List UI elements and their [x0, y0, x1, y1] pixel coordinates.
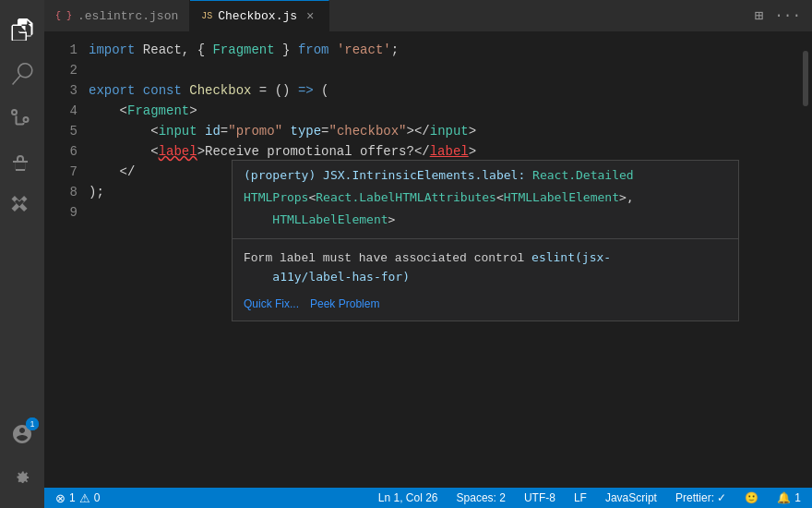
- status-bar: ⊗ 1 ⚠ 0 Ln 1, Col 26 Spaces: 2 UTF-8 LF …: [44, 488, 812, 508]
- tooltip-popup: (property) JSX.IntrinsicElements.label: …: [232, 160, 739, 321]
- tab-eslintrc-label: .eslintrc.json: [78, 9, 178, 23]
- quick-fix-button[interactable]: Quick Fix...: [244, 295, 299, 313]
- encoding[interactable]: UTF-8: [520, 488, 559, 508]
- settings-icon[interactable]: [0, 456, 44, 501]
- tab-checkbox[interactable]: JS Checkbox.js ×: [190, 0, 329, 31]
- accounts-badge: 1: [26, 417, 39, 430]
- tab-bar: { } .eslintrc.json JS Checkbox.js × ⊞ ··…: [44, 0, 812, 32]
- smiley-button[interactable]: 🙂: [741, 488, 762, 508]
- warning-count-label: 0: [94, 491, 101, 504]
- extensions-icon[interactable]: [0, 185, 44, 229]
- warning-icon: ⚠: [79, 491, 90, 505]
- tab-eslintrc[interactable]: { } .eslintrc.json: [44, 0, 190, 31]
- scrollbar[interactable]: [799, 32, 812, 488]
- main-area: { } .eslintrc.json JS Checkbox.js × ⊞ ··…: [44, 0, 812, 508]
- error-icon: ⊗: [55, 491, 66, 505]
- error-count[interactable]: ⊗ 1 ⚠ 0: [52, 488, 103, 508]
- notifications[interactable]: 🔔 1: [773, 488, 805, 508]
- js-file-icon: JS: [201, 11, 212, 21]
- line-ending-label: LF: [574, 491, 587, 504]
- tooltip-property: (property) JSX.IntrinsicElements.label:: [244, 168, 525, 182]
- cursor-position[interactable]: Ln 1, Col 26: [375, 488, 442, 508]
- bell-icon: 🔔: [777, 491, 791, 504]
- more-actions-button[interactable]: ···: [770, 4, 805, 28]
- tab-checkbox-label: Checkbox.js: [218, 9, 297, 23]
- tooltip-error-text: Form label must have associated control …: [233, 243, 738, 291]
- accounts-icon[interactable]: 1: [0, 412, 44, 456]
- editor-area: 1 2 3 4 5 6 7 8 9 import React, { Fragme…: [44, 32, 812, 488]
- code-line-2: [89, 60, 799, 80]
- error-count-label: 1: [69, 491, 76, 504]
- search-activity-icon[interactable]: [0, 52, 44, 96]
- tab-close-button[interactable]: ×: [303, 9, 317, 24]
- scrollbar-thumb[interactable]: [803, 51, 808, 106]
- code-line-5: <input id="promo" type="checkbox"></inpu…: [89, 121, 799, 141]
- code-line-6: <label>Receive promotional offers?</labe…: [89, 141, 799, 162]
- tooltip-type1: React.Detailed: [532, 168, 634, 182]
- language-mode[interactable]: JavaScript: [602, 488, 661, 508]
- tooltip-header: (property) JSX.IntrinsicElements.label: …: [233, 161, 738, 188]
- tooltip-type-line3: HTMLLabelElement>: [233, 211, 738, 235]
- peek-problem-button[interactable]: Peek Problem: [310, 295, 379, 313]
- source-control-icon[interactable]: [0, 96, 44, 140]
- tooltip-divider: [233, 238, 738, 239]
- smiley-icon: 🙂: [745, 491, 758, 504]
- json-file-icon: { }: [55, 11, 72, 21]
- language-label: JavaScript: [605, 491, 657, 504]
- cursor-position-label: Ln 1, Col 26: [378, 491, 438, 504]
- tab-bar-actions: ⊞ ···: [751, 0, 812, 31]
- line-ending[interactable]: LF: [570, 488, 591, 508]
- status-left: ⊗ 1 ⚠ 0: [52, 488, 103, 508]
- activity-bar: 1: [0, 0, 44, 508]
- code-editor[interactable]: 1 2 3 4 5 6 7 8 9 import React, { Fragme…: [44, 32, 812, 488]
- split-editor-button[interactable]: ⊞: [751, 3, 768, 29]
- indentation[interactable]: Spaces: 2: [453, 488, 509, 508]
- code-line-3: export const Checkbox = () => (: [89, 80, 799, 101]
- formatter[interactable]: Prettier: ✓: [672, 488, 730, 508]
- tooltip-actions: Quick Fix... Peek Problem: [233, 291, 738, 321]
- status-right: Ln 1, Col 26 Spaces: 2 UTF-8 LF JavaScri…: [375, 488, 805, 508]
- tooltip-type-line2: HTMLProps<React.LabelHTMLAttributes<HTML…: [233, 188, 738, 211]
- encoding-label: UTF-8: [524, 491, 555, 504]
- code-line-1: import React, { Fragment } from 'react';: [89, 40, 799, 60]
- explorer-icon[interactable]: [0, 7, 44, 52]
- tooltip-error-message: Form label must have associated control: [244, 251, 531, 265]
- indentation-label: Spaces: 2: [457, 491, 506, 504]
- notification-count: 1: [794, 491, 801, 504]
- code-content[interactable]: import React, { Fragment } from 'react';…: [89, 32, 799, 488]
- formatter-label: Prettier: ✓: [675, 491, 726, 504]
- debug-icon[interactable]: [0, 140, 44, 185]
- code-line-4: <Fragment>: [89, 101, 799, 121]
- line-numbers: 1 2 3 4 5 6 7 8 9: [44, 32, 89, 488]
